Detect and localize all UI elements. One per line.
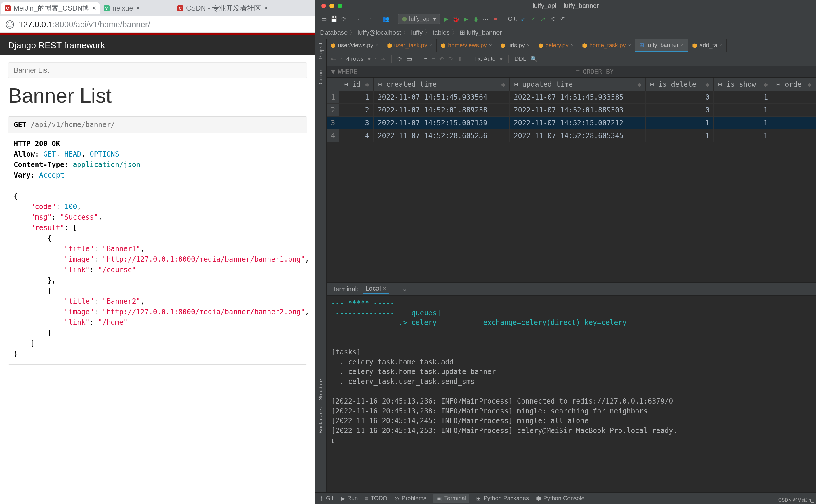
close-file-icon[interactable]: × — [571, 43, 574, 48]
with-me-icon[interactable]: 👥 — [382, 15, 390, 23]
table-row[interactable]: 332022-11-07 14:52:15.0071592022-11-07 1… — [327, 117, 816, 129]
site-info-icon[interactable]: ⓘ — [6, 20, 14, 29]
table-row[interactable]: 112022-11-07 14:51:45.9335642022-11-07 1… — [327, 91, 816, 104]
tx-mode[interactable]: Tx: Auto — [474, 55, 496, 62]
add-row-icon[interactable]: + — [424, 55, 428, 62]
where-input[interactable]: WHERE — [338, 68, 357, 75]
run-icon[interactable]: ▶ — [442, 15, 450, 23]
prev-page-icon[interactable]: ‹ — [340, 55, 342, 62]
save-all-icon[interactable]: 💾 — [330, 15, 338, 23]
browser-tab[interactable]: CCSDN - 专业开发者社区× — [174, 2, 271, 14]
close-tab-icon[interactable]: × — [264, 4, 268, 12]
file-tab[interactable]: ⊞luffy_banner× — [635, 39, 688, 52]
maximize-window-icon[interactable] — [338, 4, 342, 8]
db-table[interactable]: ⊟ id◆⊟ created_time◆⊟ updated_time◆⊟ is_… — [327, 78, 816, 282]
first-page-icon[interactable]: ⇤ — [331, 55, 336, 62]
column-header[interactable]: ⊟ created_time◆ — [374, 78, 510, 91]
file-tab[interactable]: ⬢user_task.py× — [383, 39, 437, 52]
commit-icon[interactable]: ↷ — [448, 55, 453, 62]
column-header[interactable]: ⊟ is_delete◆ — [646, 78, 714, 91]
sidebar-tool[interactable]: Commit — [315, 62, 326, 88]
close-file-icon[interactable]: × — [628, 43, 631, 48]
status-tool-todo[interactable]: ≡TODO — [365, 495, 387, 502]
framework-title[interactable]: Django REST framework — [8, 40, 105, 50]
close-window-icon[interactable] — [321, 4, 326, 8]
terminal-output[interactable]: --- ***** ----- -------------- [queues] … — [327, 296, 816, 492]
orderby-input[interactable]: ORDER BY — [583, 68, 614, 75]
file-tab[interactable]: ⬢celery.py× — [534, 39, 578, 52]
close-file-icon[interactable]: × — [376, 43, 378, 48]
revert-icon[interactable]: ↶ — [439, 55, 444, 62]
file-tab[interactable]: ⬢home/views.py× — [437, 39, 496, 52]
close-file-icon[interactable]: × — [681, 42, 684, 48]
run-config-select[interactable]: ⬢luffy_api▾ — [398, 14, 440, 24]
close-file-icon[interactable]: × — [527, 43, 530, 48]
submit-icon[interactable]: ⬆ — [457, 55, 462, 62]
git-push-icon[interactable]: ↗ — [539, 15, 547, 23]
terminal-tab[interactable]: Local × — [363, 284, 389, 294]
stop-icon[interactable]: ■ — [492, 15, 499, 23]
git-commit-icon[interactable]: ✓ — [529, 15, 537, 23]
terminal-menu-icon[interactable]: ⌄ — [402, 285, 407, 293]
nav-segment[interactable]: tables — [433, 29, 450, 37]
nav-segment[interactable]: ⊞ luffy_banner — [460, 29, 502, 37]
close-file-icon[interactable]: × — [430, 43, 432, 48]
table-row[interactable]: 222022-11-07 14:52:01.8892382022-11-07 1… — [327, 104, 816, 117]
git-icon: ᚶ — [320, 495, 324, 502]
filter-bar: ▼WHERE ≡ORDER BY — [327, 66, 816, 78]
close-file-icon[interactable]: × — [720, 43, 722, 48]
address-bar[interactable]: ⓘ 127.0.0.1:8000/api/v1/home/banner/ — [0, 16, 315, 33]
new-terminal-icon[interactable]: + — [393, 285, 397, 293]
file-tab[interactable]: ⬢home_task.py× — [578, 39, 635, 52]
nav-segment[interactable]: Database — [320, 29, 348, 37]
column-header[interactable]: ⊟ is_show◆ — [714, 78, 772, 91]
sidebar-tool[interactable]: Bookmarks — [315, 404, 326, 437]
close-file-icon[interactable]: × — [489, 43, 492, 48]
remove-row-icon[interactable]: − — [432, 55, 435, 62]
close-tab-icon[interactable]: × — [92, 4, 96, 12]
nav-segment[interactable]: luffy@localhost — [357, 29, 401, 37]
search-icon[interactable]: 🔍 — [530, 55, 538, 62]
row-count[interactable]: 4 rows — [346, 55, 364, 62]
git-update-icon[interactable]: ↙ — [519, 15, 527, 23]
column-header[interactable]: ⊟ orde◆ — [772, 78, 816, 91]
minimize-window-icon[interactable] — [329, 4, 334, 8]
status-tool-terminal[interactable]: ▣Terminal — [433, 494, 469, 503]
next-page-icon[interactable]: › — [375, 55, 377, 62]
browser-tab[interactable]: CMeiJin_的博客_CSDN博× — [1, 2, 100, 14]
status-tool-python-packages[interactable]: ⊞Python Packages — [476, 495, 529, 502]
column-header[interactable]: ⊟ id◆ — [339, 78, 374, 91]
last-page-icon[interactable]: ⇥ — [381, 55, 386, 62]
sidebar-tool[interactable]: Project — [315, 39, 326, 62]
nav-segment[interactable]: luffy — [411, 29, 423, 37]
status-tool-run[interactable]: ▶Run — [341, 495, 358, 502]
table-row[interactable]: 442022-11-07 14:52:28.6052562022-11-07 1… — [327, 129, 816, 142]
git-rollback-icon[interactable]: ↶ — [559, 15, 567, 23]
more-run-icon[interactable]: ⋯ — [482, 15, 489, 23]
sort-icon[interactable]: ≡ — [576, 68, 580, 75]
browser-tab[interactable]: Vneixue× — [100, 2, 173, 14]
status-tool-problems[interactable]: ⊘Problems — [394, 495, 426, 502]
profile-icon[interactable]: ◉ — [472, 15, 480, 23]
breadcrumb[interactable]: Banner List — [8, 62, 307, 78]
stop-query-icon[interactable]: ▭ — [407, 55, 412, 62]
status-tool-git[interactable]: ᚶGit — [320, 495, 334, 502]
ddl-button[interactable]: DDL — [515, 55, 526, 62]
debug-icon[interactable]: 🐞 — [452, 15, 460, 23]
column-header[interactable]: ⊟ updated_time◆ — [510, 78, 646, 91]
file-tab[interactable]: ⬢user/views.py× — [327, 39, 383, 52]
file-tab[interactable]: ⬢add_ta× — [688, 39, 727, 52]
coverage-icon[interactable]: ▶ — [462, 15, 470, 23]
forward-icon[interactable]: → — [366, 15, 374, 23]
file-tab[interactable]: ⬢urls.py× — [496, 39, 534, 52]
git-history-icon[interactable]: ⟲ — [549, 15, 557, 23]
reload-icon[interactable]: ⟳ — [397, 55, 402, 62]
close-tab-icon[interactable]: × — [136, 4, 140, 12]
status-bar: ᚶGit▶Run≡TODO⊘Problems▣Terminal⊞Python P… — [315, 492, 816, 504]
back-icon[interactable]: ← — [356, 15, 364, 23]
status-tool-python-console[interactable]: ⬢Python Console — [536, 495, 584, 502]
filter-icon[interactable]: ▼ — [331, 68, 335, 75]
sync-icon[interactable]: ⟳ — [340, 15, 348, 23]
sidebar-tool[interactable]: Structure — [315, 376, 326, 404]
open-icon[interactable]: ▭ — [320, 15, 328, 23]
